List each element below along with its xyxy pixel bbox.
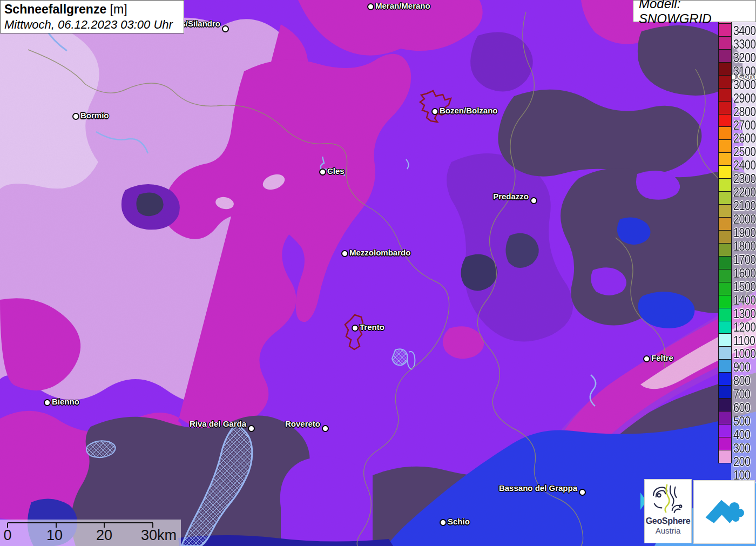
geosphere-logo-subtext: Austria bbox=[645, 526, 691, 536]
map-title-box: Schneefallgrenze [m] Mittwoch, 06.12.202… bbox=[0, 0, 184, 33]
scale-label-30km: 30km bbox=[141, 527, 177, 544]
city-label: Riva del Garda bbox=[190, 419, 246, 428]
city-label: Bassano del Grappa bbox=[499, 483, 577, 493]
city-dot bbox=[341, 250, 348, 257]
city-marker-layer: s/SilandroMeran/MeranoBormioBozen/Bolzan… bbox=[0, 0, 756, 546]
map-datetime: Mittwoch, 06.12.2023 03:00 Uhr bbox=[4, 17, 184, 32]
geosphere-logo-box: GeoSphere Austria bbox=[644, 479, 692, 543]
scale-label-0: 0 bbox=[3, 527, 11, 544]
city-dot bbox=[643, 355, 650, 362]
city-label: Meran/Merano bbox=[375, 1, 430, 10]
city-label: Bienno bbox=[52, 397, 79, 406]
model-box: Modell: SNOWGRID bbox=[633, 0, 756, 22]
scale-label-20: 20 bbox=[96, 527, 112, 544]
city-dot bbox=[431, 108, 438, 115]
avalanche-logo-box bbox=[693, 480, 755, 544]
city-dot bbox=[44, 399, 51, 406]
city-dot bbox=[352, 325, 359, 332]
city-label: Rovereto bbox=[285, 419, 320, 428]
map-title: Schneefallgrenze [m] bbox=[4, 2, 184, 17]
city-label: Mezzolombardo bbox=[349, 248, 410, 257]
city-label: Predazzo bbox=[493, 192, 529, 201]
city-dot bbox=[248, 425, 255, 432]
weather-map-screenshot: Cortina 35003400330032003100300029002800… bbox=[0, 0, 756, 546]
city-label: s/Silandro bbox=[181, 19, 220, 28]
scale-label-10: 10 bbox=[46, 527, 63, 544]
scale-bar: 0102030km bbox=[0, 520, 181, 546]
city-dot bbox=[440, 519, 447, 526]
city-dot bbox=[579, 489, 586, 496]
city-dot bbox=[72, 113, 79, 120]
city-label: Feltre bbox=[651, 353, 673, 362]
geosphere-logo-icon bbox=[651, 483, 685, 514]
model-label: Modell: SNOWGRID bbox=[639, 0, 755, 26]
geosphere-logo-text: GeoSphere bbox=[645, 516, 691, 526]
city-label: Bormio bbox=[80, 111, 109, 120]
map-title-unit: [m] bbox=[106, 2, 127, 16]
mountain-cloud-logo-icon bbox=[701, 489, 747, 535]
city-label: Cles bbox=[327, 166, 345, 176]
city-dot bbox=[222, 25, 229, 32]
city-label: Bozen/Bolzano bbox=[440, 106, 498, 115]
city-dot bbox=[319, 168, 326, 176]
city-label: Trento bbox=[360, 322, 384, 332]
city-label: Schio bbox=[448, 517, 470, 526]
city-dot bbox=[367, 3, 374, 10]
city-dot bbox=[530, 197, 537, 204]
city-dot bbox=[322, 425, 329, 432]
map-title-name: Schneefallgrenze bbox=[4, 2, 106, 16]
